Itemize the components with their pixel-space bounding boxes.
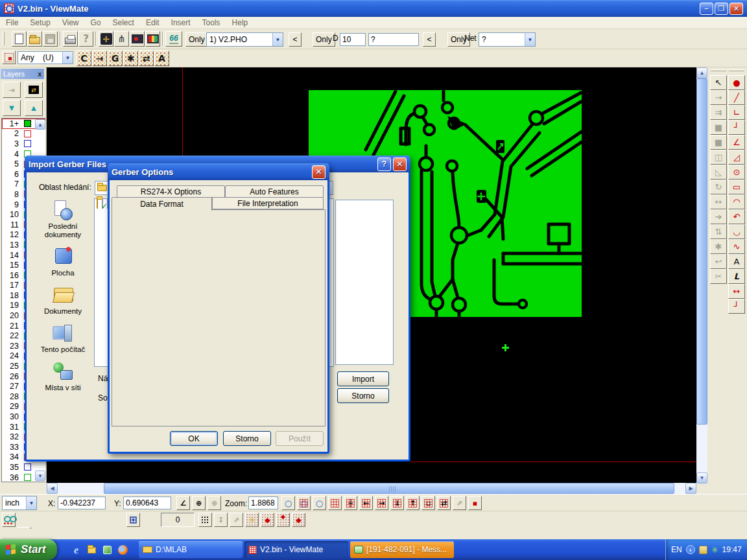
dialog-close-button[interactable]: ✕ <box>312 165 326 179</box>
horizontal-scrollbar[interactable]: ◀ ▶ <box>47 483 696 494</box>
dcode-type-arrow-button[interactable]: → <box>92 51 107 66</box>
x-coordinate-input[interactable] <box>58 496 106 509</box>
zoom-in-icon[interactable]: ○ <box>281 496 295 510</box>
new-file-button[interactable] <box>12 31 27 47</box>
dcode-type-h-button[interactable]: ⇄ <box>139 51 154 66</box>
print-button[interactable] <box>63 31 78 47</box>
context-help-button[interactable]: ? <box>78 31 93 47</box>
draw-corner-tool[interactable]: ┘ <box>728 120 745 135</box>
layer-row[interactable]: 2 <box>2 129 45 139</box>
layer-color-swatch[interactable] <box>24 120 31 127</box>
import-button[interactable]: Import <box>337 371 389 386</box>
task-messenger[interactable]: [191-482-091] - Mess... <box>350 541 454 558</box>
chevron-down-icon[interactable]: ▼ <box>62 52 73 64</box>
close-button[interactable]: ✕ <box>729 3 743 15</box>
film-colors-button[interactable] <box>145 31 160 47</box>
pan-right-icon[interactable]: → <box>375 496 388 510</box>
place-recent-documents[interactable]: Poslední dokumenty <box>32 200 94 239</box>
grid-crosshair-icon[interactable]: ┼ <box>344 496 357 510</box>
pad-single-icon[interactable]: ◆ <box>292 513 305 527</box>
resize-tool[interactable]: ↔ <box>710 194 727 209</box>
draw-rect-tool[interactable]: ▭ <box>728 180 745 194</box>
quicklaunch-book-icon[interactable] <box>101 544 113 556</box>
horizontal-scroll-thumb[interactable] <box>104 483 674 494</box>
film-view-icon[interactable] <box>328 496 342 510</box>
dcode-filter-button[interactable] <box>2 51 16 64</box>
dcode-type-c-button[interactable]: C <box>77 51 91 66</box>
y-coordinate-input[interactable] <box>123 496 171 509</box>
dcode-type-text-button[interactable]: A <box>154 51 169 66</box>
quicklaunch-firefox-icon[interactable] <box>117 544 129 556</box>
apply-button[interactable]: Použít <box>276 431 324 446</box>
zoom-grid-icon[interactable]: ○ <box>297 496 311 510</box>
task-viewmate[interactable]: V2.bin - ViewMate <box>244 541 348 558</box>
gerber-dialog-titlebar[interactable]: Gerber Options ✕ <box>108 163 329 180</box>
layers-panel-titlebar[interactable]: Layers x <box>1 69 44 79</box>
settings-tool[interactable]: ✱ <box>710 239 727 254</box>
place-desktop[interactable]: Plocha <box>32 246 94 277</box>
tab-file-interpretation[interactable]: File Interpretation <box>212 197 324 209</box>
layer-colors-button[interactable]: ⇄ <box>25 82 43 98</box>
close-icon[interactable]: x <box>38 71 42 78</box>
draw-triangle-tool[interactable]: ◿ <box>728 150 745 165</box>
scroll-up-icon[interactable]: ▲ <box>696 67 707 78</box>
menu-item[interactable]: File <box>0 18 24 27</box>
flash-select-icon[interactable]: ✳ <box>245 513 259 527</box>
only-layer-button[interactable]: Only <box>185 32 208 47</box>
prev-dcode-button[interactable]: < <box>423 32 436 47</box>
board-extents-icon[interactable]: ▫ <box>421 496 435 510</box>
ok-button[interactable]: OK <box>170 431 218 446</box>
prev-layer-button[interactable]: < <box>289 32 302 47</box>
layer-color-swatch[interactable] <box>24 130 31 137</box>
scroll-left-icon[interactable]: ◀ <box>47 483 58 494</box>
gerber-file-icon[interactable] <box>102 198 103 209</box>
layer-color-swatch[interactable] <box>24 474 31 481</box>
dcode-type-g-button[interactable]: G <box>108 51 123 66</box>
tools-setup-button[interactable]: ⋔ <box>114 31 129 47</box>
view-mode-1-icon[interactable] <box>2 513 16 527</box>
menu-item[interactable]: Select <box>107 18 140 27</box>
layer-row[interactable]: 3 <box>2 139 45 149</box>
nudge-tool[interactable]: ⇅ <box>710 224 727 239</box>
shear-tool[interactable]: ◺ <box>710 165 727 180</box>
layer-color-swatch[interactable] <box>24 463 31 471</box>
tray-notes-icon[interactable] <box>699 546 707 554</box>
vertical-scroll-thumb[interactable] <box>696 78 707 425</box>
layer-up-button[interactable]: ▲ <box>25 100 43 116</box>
draw-text-tool[interactable]: A <box>728 254 745 269</box>
quicklaunch-folder-icon[interactable] <box>86 544 98 556</box>
relative-origin-icon[interactable]: ⊕ <box>208 496 221 510</box>
move-point-tool[interactable]: → <box>710 90 727 105</box>
zoom-window-icon[interactable]: ○ <box>313 496 326 510</box>
tile-windows-icon[interactable]: ⊞ <box>126 513 140 527</box>
only-dcode-button[interactable]: Only <box>313 32 335 47</box>
chevron-down-icon[interactable]: ▼ <box>272 33 283 46</box>
select-box-icon[interactable]: ▪ <box>468 496 482 510</box>
move-item-tool[interactable]: ➔ <box>710 209 727 224</box>
dcode-filter-combo[interactable]: Any (U) ▼ <box>18 51 73 64</box>
tab-data-format[interactable]: Data Format <box>112 197 212 211</box>
dcode-type-flash-button[interactable]: ✱ <box>123 51 138 66</box>
toolbar-grip[interactable] <box>3 32 5 45</box>
draw-polyline-tool[interactable]: ∟ <box>728 105 745 120</box>
tray-collapse-icon[interactable]: ‹ <box>686 545 695 554</box>
task-explorer[interactable]: D:\MLAB <box>139 541 243 558</box>
scroll-down-icon[interactable]: ▼ <box>696 472 707 484</box>
cancel-button[interactable]: Storno <box>223 431 271 446</box>
menu-item[interactable]: Help <box>226 18 254 27</box>
dialog-help-button[interactable]: ? <box>377 158 391 171</box>
chevron-down-icon[interactable]: ▼ <box>525 33 535 46</box>
menu-item[interactable]: Setup <box>24 18 56 27</box>
draw-pad-tool[interactable]: ● <box>728 75 745 90</box>
language-indicator[interactable]: EN <box>671 545 682 554</box>
move-points-tool[interactable]: ⇉ <box>710 105 727 120</box>
minimize-button[interactable]: – <box>700 3 713 15</box>
vertical-scrollbar[interactable]: ▲ ▼ <box>696 67 707 484</box>
zoom-input[interactable] <box>248 496 278 509</box>
pan-down-icon[interactable]: ↓ <box>390 496 404 510</box>
scroll-right-icon[interactable]: ▶ <box>685 483 696 494</box>
origin-icon[interactable]: ⊕ <box>192 496 206 510</box>
ghost-move-icon[interactable]: ⇗ <box>230 513 243 527</box>
mirror-tool[interactable]: ◫ <box>710 150 727 165</box>
draw-label-tool[interactable]: L <box>728 269 745 284</box>
